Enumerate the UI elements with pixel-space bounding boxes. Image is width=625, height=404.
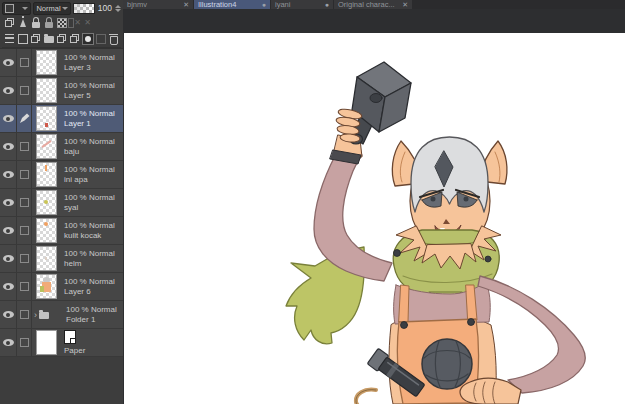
layer-checkbox	[20, 86, 29, 95]
eye-icon	[3, 255, 14, 262]
checkbox-cell[interactable]	[17, 77, 32, 104]
apply-mask-icon	[94, 32, 107, 45]
thumbnail-cell[interactable]	[32, 245, 60, 272]
new-layer-folder-icon[interactable]	[42, 32, 55, 45]
checkbox-cell[interactable]	[17, 329, 32, 356]
layer-row[interactable]: 100 % NormalLayer 6	[0, 273, 123, 301]
checkbox-cell[interactable]	[17, 217, 32, 244]
layer-name: Layer 5	[64, 91, 123, 100]
layer-row[interactable]: 100 % NormalLayer 5	[0, 77, 123, 105]
tab-label: bjnmv	[127, 1, 147, 9]
layer-mode: 100 % Normal	[64, 81, 123, 90]
layer-name: baju	[64, 147, 123, 156]
layer-name: ini apa	[64, 175, 123, 184]
visibility-cell[interactable]	[0, 133, 17, 160]
visibility-cell[interactable]	[0, 105, 17, 132]
layer-color-dropdown[interactable]	[2, 2, 31, 15]
tab-bjnmv[interactable]: bjnmv ✕	[123, 0, 193, 9]
layers-panel-toolbar: Normal 100 ✕ ✕	[0, 0, 123, 48]
paper-layer-row[interactable]: Paper	[0, 329, 123, 357]
blend-mode-dropdown[interactable]: Normal	[33, 2, 71, 15]
layer-mode: 100 % Normal	[66, 305, 123, 314]
close-icon[interactable]: ✕	[402, 1, 408, 9]
layer-checkbox	[20, 338, 29, 347]
palette-menu-icon[interactable]	[3, 32, 16, 45]
checkbox-cell[interactable]	[17, 245, 32, 272]
thumbnail-cell[interactable]	[32, 273, 60, 300]
transfer-to-lower-layer-icon[interactable]	[55, 32, 68, 45]
visibility-cell[interactable]	[0, 329, 17, 356]
visibility-cell[interactable]	[0, 301, 17, 328]
layer-thumbnail	[36, 106, 57, 131]
folder-icon	[39, 312, 49, 319]
chevron-down-icon	[22, 7, 28, 10]
layer-checkbox	[20, 58, 29, 67]
layer-checkbox	[20, 198, 29, 207]
checkbox-cell[interactable]	[17, 133, 32, 160]
thumbnail-cell[interactable]	[32, 329, 60, 356]
thumbnail-cell[interactable]	[32, 105, 60, 132]
pencil-icon	[19, 113, 30, 124]
visibility-cell[interactable]	[0, 77, 17, 104]
lock-layer-icon[interactable]	[29, 16, 42, 29]
thumbnail-cell[interactable]	[32, 49, 60, 76]
chevron-down-icon	[62, 7, 68, 10]
checkbox-cell[interactable]	[17, 189, 32, 216]
layer-row[interactable]: 100 % NormalLayer 3	[0, 49, 123, 77]
layer-row[interactable]: 100 % Normalbaju	[0, 133, 123, 161]
tab-illustration4[interactable]: Illustration4 ●	[194, 0, 270, 9]
layer-row-selected[interactable]: 100 % NormalLayer 1	[0, 105, 123, 133]
layer-row[interactable]: 100 % Normalhelm	[0, 245, 123, 273]
thumbnail-cell[interactable]	[32, 133, 60, 160]
layer-row[interactable]: 100 % Normalsyal	[0, 189, 123, 217]
eye-icon	[3, 339, 14, 346]
layer-mode: 100 % Normal	[64, 165, 123, 174]
checkbox-cell[interactable]	[17, 161, 32, 188]
character-illustration	[124, 33, 625, 404]
create-layer-mask-icon[interactable]	[81, 32, 94, 45]
editing-cell[interactable]	[17, 105, 32, 132]
tab-iyani[interactable]: iyani ●	[271, 0, 333, 9]
delete-layer-icon[interactable]	[107, 32, 120, 45]
enable-mask-icon[interactable]	[55, 16, 68, 29]
layer-name: Layer 3	[64, 63, 123, 72]
clip-to-layer-below-icon[interactable]	[3, 16, 16, 29]
visibility-cell[interactable]	[0, 245, 17, 272]
thumbnail-cell[interactable]	[32, 77, 60, 104]
layer-name: kulit kocak	[64, 231, 123, 240]
visibility-cell[interactable]	[0, 273, 17, 300]
document-area: bjnmv ✕ Illustration4 ● iyani ● Original…	[123, 0, 625, 404]
merge-with-lower-layer-icon[interactable]	[68, 32, 81, 45]
tab-original-character[interactable]: Original charac... ✕	[334, 0, 412, 9]
close-icon[interactable]: ✕	[183, 1, 189, 9]
layer-row[interactable]: 100 % Normalkulit kocak	[0, 217, 123, 245]
layer-folder-row[interactable]: › 100 % NormalFolder 1	[0, 301, 123, 329]
visibility-cell[interactable]	[0, 161, 17, 188]
folder-expand-icon[interactable]: ›	[34, 310, 37, 320]
opacity-slider[interactable]	[73, 3, 94, 14]
layer-checkbox	[20, 142, 29, 151]
visibility-cell[interactable]	[0, 49, 17, 76]
thumbnail-cell[interactable]	[32, 161, 60, 188]
layer-thumbnail	[36, 190, 57, 215]
tab-label: Original charac...	[338, 1, 395, 9]
drawing-canvas[interactable]	[124, 33, 625, 404]
new-vector-layer-icon[interactable]	[29, 32, 42, 45]
checkbox-cell[interactable]	[17, 273, 32, 300]
thumbnail-cell[interactable]	[32, 217, 60, 244]
visibility-cell[interactable]	[0, 189, 17, 216]
layer-mode: 100 % Normal	[64, 193, 123, 202]
layer-row[interactable]: 100 % Normalini apa	[0, 161, 123, 189]
checkbox-cell[interactable]	[17, 49, 32, 76]
reference-layer-icon[interactable]	[16, 16, 29, 29]
thumbnail-cell[interactable]	[32, 189, 60, 216]
lock-transparent-pixels-icon[interactable]	[42, 16, 55, 29]
layer-thumbnail	[36, 218, 57, 243]
eye-icon	[3, 115, 14, 122]
visibility-cell[interactable]	[0, 217, 17, 244]
opacity-stepper[interactable]	[115, 5, 121, 12]
layer-name: Paper	[64, 346, 123, 355]
new-raster-layer-icon[interactable]	[16, 32, 29, 45]
layer-checkbox	[20, 254, 29, 263]
checkbox-cell[interactable]	[17, 301, 32, 328]
